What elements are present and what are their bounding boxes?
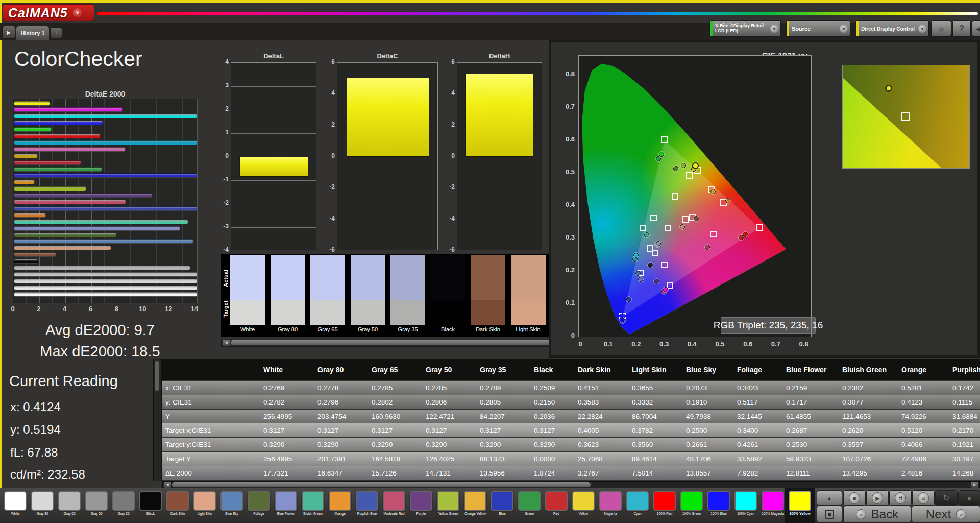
patch-100-cyan[interactable]: 100% Cyan <box>734 491 757 521</box>
cell: 0.2073 <box>683 384 734 392</box>
pattern-stop-button[interactable]: ■ <box>817 506 842 523</box>
cell: 0.3560 <box>629 441 683 448</box>
patch-gray-80[interactable]: Gray 80 <box>31 491 54 521</box>
stop-square-icon: ■ <box>825 510 834 519</box>
next-button[interactable]: Next » <box>912 506 980 523</box>
target-row-label: Target <box>223 296 229 322</box>
add-tab-button[interactable]: + <box>50 27 62 38</box>
app-logo[interactable]: CalMAN5 ▼ <box>3 4 94 21</box>
cell: 14.7131 <box>423 469 477 477</box>
cell: 49.7938 <box>683 413 734 420</box>
chevron-down-icon[interactable]: ▼ <box>770 25 778 33</box>
patch-dark-skin[interactable]: Dark Skin <box>166 491 189 521</box>
patch-light-skin[interactable]: Light Skin <box>193 491 216 521</box>
swatch-actual <box>271 255 305 300</box>
deltae-x-tick: 10 <box>139 305 146 313</box>
scroll-left-icon[interactable]: ◀ <box>223 340 230 346</box>
swatch-target <box>390 300 425 325</box>
patch-100-green[interactable]: 100% Green <box>680 491 703 521</box>
table-horizontal-scrollbar[interactable]: ◀ ▶ <box>162 481 980 488</box>
cell: 0.3077 <box>839 398 898 406</box>
table-scrollbar-thumb[interactable] <box>172 482 591 487</box>
patch-bluish-green[interactable]: Bluish Green <box>302 491 324 521</box>
patch-white[interactable]: White <box>4 491 27 521</box>
swatch-strip-scrollbar[interactable]: ◀ ▶ <box>221 339 568 347</box>
deltac-y-tick: 6 <box>323 58 335 65</box>
table-vscrollbar-thumb[interactable] <box>155 361 159 391</box>
cell: 0.3400 <box>734 426 783 434</box>
patch-purplish-blue[interactable]: Purplish Blue <box>356 491 378 521</box>
cie-target-purple <box>661 262 668 268</box>
patch-gray-65[interactable]: Gray 65 <box>58 491 81 521</box>
cell: 0.4066 <box>898 441 949 448</box>
pattern-up-button[interactable]: ▲ <box>817 490 842 506</box>
patch-yellow-green[interactable]: Yellow Green <box>437 491 459 521</box>
patch-blue-flower[interactable]: Blue Flower <box>275 491 297 521</box>
display-control-dropdown[interactable]: Direct Display Control ▼ <box>855 20 929 37</box>
deltah-y-tick: 6 <box>443 58 455 65</box>
patch-orange-yellow[interactable]: Orange Yellow <box>464 491 486 521</box>
patch-cyan[interactable]: Cyan <box>626 491 649 521</box>
source-dropdown[interactable]: Source ▼ <box>786 20 850 37</box>
deltac-gridline <box>337 188 437 188</box>
patch-gray-35[interactable]: Gray 35 <box>112 491 135 521</box>
patch-yellow[interactable]: Yellow <box>572 491 595 521</box>
patch-gray-50[interactable]: Gray 50 <box>85 491 108 521</box>
hold-button[interactable]: H <box>889 490 912 506</box>
patch-100-yellow[interactable]: 100% Yellow <box>789 491 811 521</box>
nav-forward-button[interactable]: ▶ <box>2 26 15 39</box>
refresh-button[interactable]: ↻ <box>935 490 958 506</box>
table-vertical-scrollbar[interactable] <box>153 359 162 481</box>
patch-blue-sky[interactable]: Blue Sky <box>220 491 243 521</box>
cell: 0.0000 <box>531 455 575 463</box>
patch-100-blue[interactable]: 100% Blue <box>707 491 730 521</box>
patch-red[interactable]: Red <box>545 491 568 521</box>
logo-menu-icon[interactable]: ▼ <box>73 8 82 17</box>
play-button[interactable]: ▶ <box>866 490 889 506</box>
actual-target-swatch-strip: Actual Target WhiteGray 80Gray 65Gray 50… <box>221 254 568 337</box>
scroll-left-icon[interactable]: ◀ <box>164 482 171 488</box>
help-button[interactable]: ? <box>952 20 971 37</box>
cie-x-tick: 0.5 <box>715 340 724 348</box>
patch-orange[interactable]: Orange <box>329 491 351 521</box>
swatch-scrollbar-thumb[interactable] <box>231 340 557 345</box>
chevron-down-icon[interactable]: ▼ <box>840 25 848 33</box>
swatch-target <box>310 300 345 325</box>
back-button-label: Back <box>871 507 898 521</box>
deltal-y-tick: 4 <box>216 58 229 65</box>
patch-label: Yellow Green <box>437 512 459 521</box>
patch-foliage[interactable]: Foliage <box>248 491 270 521</box>
stop-button[interactable]: ■ <box>843 490 866 506</box>
patch-100-red[interactable]: 100% Red <box>653 491 676 521</box>
patch-label: 100% Cyan <box>734 512 757 521</box>
deltah-bar <box>465 74 533 157</box>
cie-markers-layer <box>578 55 812 337</box>
deltah-gridline <box>457 157 542 157</box>
patch-black[interactable]: Black <box>139 491 162 521</box>
chevron-down-icon[interactable]: ▼ <box>918 25 926 33</box>
scroll-right-icon[interactable]: ▶ <box>971 482 978 488</box>
cie-measured-100-green <box>659 152 664 157</box>
swatch-gray-65: Gray 65 <box>310 255 345 334</box>
patch-moderate-red[interactable]: Moderate Red <box>383 491 405 521</box>
continuous-button[interactable]: ∞ <box>912 490 935 506</box>
settings-button[interactable]: ☼ <box>931 20 951 37</box>
cell: 0.2150 <box>531 398 575 406</box>
cell: 7.9282 <box>734 469 783 477</box>
patch-green[interactable]: Green <box>518 491 541 521</box>
collapse-panel-button[interactable]: ◀ <box>972 20 980 37</box>
tab-history-1[interactable]: History 1 <box>16 26 50 40</box>
table-row-y-cie31: y: CIE310.27820.27960.28020.28060.28050.… <box>162 395 980 409</box>
cie-measured-dark-skin <box>694 216 699 221</box>
patch-magenta[interactable]: Magenta <box>599 491 622 521</box>
patch-100-magenta[interactable]: 100% Magenta <box>762 491 784 521</box>
patch-blue[interactable]: Blue <box>491 491 513 521</box>
record-button[interactable]: ● <box>958 490 980 506</box>
deltae-bar-dark-skin <box>14 252 56 257</box>
deltah-y-tick: -2 <box>443 183 455 191</box>
patch-swatch <box>707 491 730 511</box>
column-header-blue-sky: Blue Sky <box>683 366 734 374</box>
meter-dropdown[interactable]: X-Rite i1Display Retail LCD (LED) ▼ <box>709 20 781 37</box>
back-button[interactable]: « Back <box>843 506 911 523</box>
patch-purple[interactable]: Purple <box>410 491 432 521</box>
